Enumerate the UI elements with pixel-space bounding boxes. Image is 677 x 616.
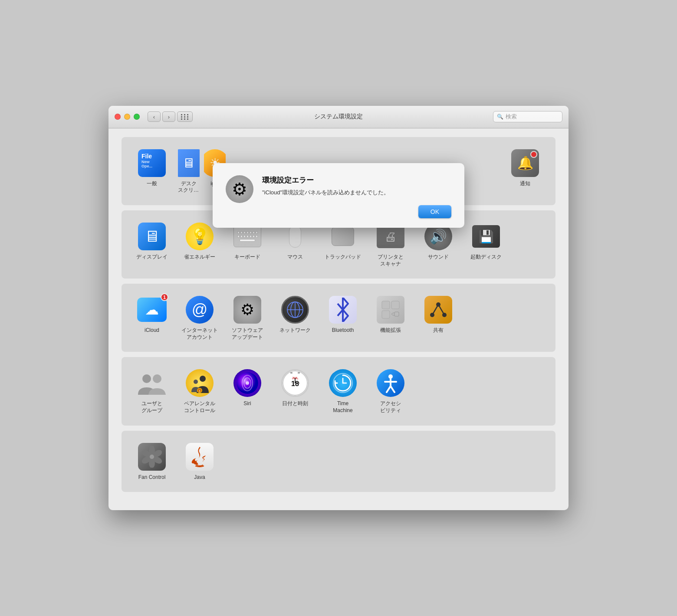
pref-java[interactable]: Java [178,439,221,485]
startup-icon: 💾 [471,222,501,251]
java-icon [185,442,214,472]
icloud-badge: 1 [161,293,168,301]
keyboard-label: キーボード [234,254,260,261]
printer-label: プリンタとスキャナ [378,254,404,267]
svg-text:!: ! [199,389,200,393]
svg-rect-4 [382,301,390,309]
grid-view-button[interactable] [177,111,193,122]
sharing-label: 共有 [433,327,444,334]
system-grid: ユーザとグループ ! [130,365,547,417]
svg-line-36 [387,386,391,392]
section-system: ユーザとグループ ! [122,357,555,425]
timemachine-icon-img [329,369,357,397]
pref-datetime[interactable]: JUL 18 日付と時刻 [273,365,317,417]
minimize-button[interactable] [124,114,130,120]
software-update-label: ソフトウェアアップデート [232,327,263,341]
accessibility-label: アクセシビリティ [380,400,401,414]
svg-point-16 [194,380,198,384]
dialog-title: 環境設定エラー [262,175,451,185]
mouse-icon-img [289,225,301,248]
grid-icon [181,114,189,120]
users-icon-img [138,369,166,397]
fancontrol-icon [137,442,167,472]
svg-rect-24 [290,372,292,374]
trackpad-icon-img [332,227,354,246]
svg-rect-6 [382,311,390,318]
network-label: ネットワーク [279,327,311,334]
svg-point-22 [246,381,249,385]
display-icon-img: 🖥 [138,223,166,250]
icloud-label: iCloud [145,327,159,334]
notification-badge [530,151,537,158]
pref-timemachine[interactable]: TimeMachine [321,365,365,417]
error-dialog: ⚙ 環境設定エラー "iCloud"環境設定パネルを読み込めませんでした。 OK [213,163,464,228]
energy-label: 省エネルギー [184,254,215,261]
pref-bluetooth[interactable]: Bluetooth [321,292,365,344]
icloud-icon-img: ☁ [137,298,167,322]
dialog-body: 環境設定エラー "iCloud"環境設定パネルを読み込めませんでした。 OK [262,175,451,218]
pref-software-update[interactable]: ⚙ ソフトウェアアップデート [226,292,269,344]
extensions-icon [376,295,405,324]
trackpad-label: トラックパッド [325,254,361,261]
users-icon [137,368,167,398]
pref-general[interactable]: File NewOpe... 一般 [130,145,174,197]
dialog-message: "iCloud"環境設定パネルを読み込めませんでした。 [262,189,451,197]
pref-fancontrol[interactable]: Fan Control [130,439,174,485]
window-title: システム環境設定 [314,113,363,121]
java-icon-img [186,443,214,471]
svg-rect-25 [298,372,300,374]
datetime-icon: JUL 18 [280,368,310,398]
pref-accessibility[interactable]: アクセシビリティ [369,365,412,417]
desktop-icon-img: 🖥 [178,149,200,177]
pref-users[interactable]: ユーザとグループ [130,365,174,417]
mouse-label: マウス [287,254,303,261]
nav-buttons: ‹ › [148,111,175,122]
sharing-icon [424,295,453,324]
notification-icon: 🔔 [510,148,540,178]
siri-label: Siri [243,400,251,407]
forward-button[interactable]: › [162,111,175,122]
back-button[interactable]: ‹ [148,111,161,122]
software-update-icon: ⚙ [233,295,262,324]
search-box[interactable]: 🔍 検索 [493,111,562,122]
pref-parental[interactable]: ! ペアレンタルコントロール [178,365,221,417]
search-placeholder: 検索 [506,113,517,121]
svg-rect-5 [391,301,399,309]
datetime-label: 日付と時刻 [282,400,308,407]
titlebar: ‹ › システム環境設定 🔍 検索 [108,106,569,128]
printer-icon-img: 🖨 [377,225,404,248]
extensions-label: 機能拡張 [380,327,401,334]
icloud-icon: ☁ 1 [137,295,167,324]
pref-network[interactable]: ネットワーク [273,292,317,344]
parental-icon: ! [185,368,214,398]
notification-icon-img: 🔔 [511,149,539,177]
pref-notification[interactable]: 🔔 通知 [503,145,547,197]
internet-accounts-label: インターネットアカウント [181,327,218,341]
svg-line-11 [432,305,438,315]
internet-accounts-icon: @ [185,295,214,324]
other-grid: Fan Control [130,439,547,485]
pref-extensions[interactable]: 機能拡張 [369,292,412,344]
dialog-actions: OK [262,205,451,218]
pref-display[interactable]: 🖥 ディスプレイ [130,218,174,271]
energy-icon-img: 💡 [186,223,214,250]
maximize-button[interactable] [134,114,140,120]
ok-button[interactable]: OK [418,205,451,218]
svg-rect-7 [394,312,399,316]
internet-accounts-icon-img: @ [186,296,214,324]
svg-point-13 [142,374,151,383]
section-other: Fan Control [122,431,555,492]
parental-icon-img: ! [186,369,214,397]
internet-grid: ☁ 1 iCloud @ インターネットアカウント ⚙ ソフトウェアアップデート [130,292,547,344]
desktop-icon: 🖥 [178,148,200,178]
close-button[interactable] [115,114,121,120]
pref-siri[interactable]: Siri [226,365,269,417]
pref-sharing[interactable]: 共有 [417,292,460,344]
pref-icloud[interactable]: ☁ 1 iCloud [130,292,174,344]
accessibility-icon-img [377,369,404,397]
timemachine-label: TimeMachine [333,400,352,414]
pref-desktop[interactable]: 🖥 デスクスクリー... [178,145,200,197]
notification-label: 通知 [520,180,530,187]
pref-startup[interactable]: 💾 起動ディスク [464,218,508,271]
pref-internet-accounts[interactable]: @ インターネットアカウント [178,292,221,344]
